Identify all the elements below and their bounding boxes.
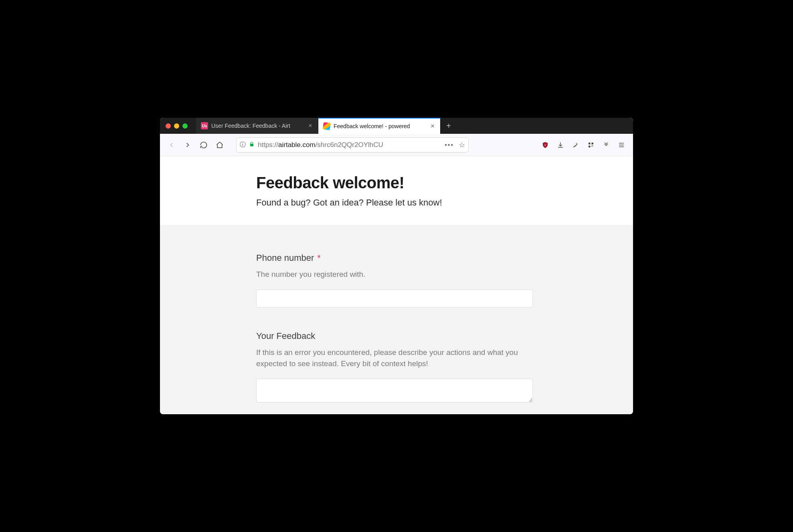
window-minimize-button[interactable]	[174, 123, 179, 129]
svg-text:u: u	[544, 143, 546, 146]
address-bar[interactable]: ⓘ https://airtable.com/shrc6n2QQr2OYlhCU…	[236, 137, 469, 153]
apps-icon[interactable]	[584, 138, 598, 152]
form-header: Feedback welcome! Found a bug? Got an id…	[160, 156, 633, 225]
back-button[interactable]	[165, 138, 178, 152]
svg-rect-1	[589, 143, 591, 145]
svg-rect-5	[593, 145, 594, 146]
url-prefix: https://	[258, 141, 278, 149]
svg-rect-2	[592, 143, 594, 145]
field-your-feedback: Your Feedback If this is an error you en…	[256, 331, 533, 404]
favicon-airtable-icon	[323, 122, 331, 130]
form-subtitle: Found a bug? Got an idea? Please let us …	[256, 197, 533, 208]
svg-rect-4	[592, 145, 593, 146]
field-help-text: If this is an error you encountered, ple…	[256, 347, 529, 370]
tab-title: User Feedback: Feedback - Airt	[211, 123, 303, 129]
pin-icon[interactable]	[569, 138, 583, 152]
forward-button[interactable]	[181, 138, 194, 152]
browser-toolbar: ⓘ https://airtable.com/shrc6n2QQr2OYlhCU…	[160, 134, 633, 156]
field-label: Your Feedback	[256, 331, 315, 341]
tab-close-button[interactable]: ×	[307, 122, 314, 129]
svg-rect-3	[589, 145, 591, 147]
page-content: Feedback welcome! Found a bug? Got an id…	[160, 156, 633, 414]
url-path: /shrc6n2QQr2OYlhCU	[316, 141, 383, 149]
browser-window: Us User Feedback: Feedback - Airt × Feed…	[160, 118, 633, 414]
ublock-icon[interactable]: u	[538, 138, 552, 152]
bookmark-star-icon[interactable]: ☆	[459, 141, 465, 149]
overflow-icon[interactable]	[599, 138, 613, 152]
url-text[interactable]: https://airtable.com/shrc6n2QQr2OYlhCU	[258, 141, 440, 149]
field-phone-number: Phone number * The number you registered…	[256, 253, 533, 308]
tab-feedback-welcome[interactable]: Feedback welcome! - powered ×	[318, 118, 441, 134]
home-button[interactable]	[213, 138, 227, 152]
phone-number-input[interactable]	[256, 289, 533, 308]
site-info-icon[interactable]: ⓘ	[240, 141, 246, 149]
lock-icon	[249, 141, 255, 148]
url-host: airtable.com	[278, 141, 316, 149]
form-title: Feedback welcome!	[256, 174, 533, 192]
tab-user-feedback[interactable]: Us User Feedback: Feedback - Airt ×	[196, 118, 318, 134]
toolbar-right: u	[538, 138, 628, 152]
window-zoom-button[interactable]	[182, 123, 188, 129]
feedback-textarea[interactable]	[256, 379, 533, 403]
favicon-us-icon: Us	[201, 122, 208, 129]
reload-button[interactable]	[197, 138, 210, 152]
menu-icon[interactable]	[615, 138, 628, 152]
form-body: Phone number * The number you registered…	[160, 225, 633, 414]
required-indicator: *	[317, 254, 321, 262]
new-tab-button[interactable]: +	[441, 118, 457, 134]
field-label: Phone number	[256, 253, 314, 263]
tab-strip: Us User Feedback: Feedback - Airt × Feed…	[160, 118, 633, 134]
page-actions-icon[interactable]: •••	[443, 141, 455, 149]
window-controls	[160, 118, 196, 134]
tab-title: Feedback welcome! - powered	[334, 123, 426, 129]
field-help-text: The number you registered with.	[256, 269, 529, 280]
downloads-icon[interactable]	[554, 138, 567, 152]
tab-close-button[interactable]: ×	[429, 123, 436, 130]
window-close-button[interactable]	[166, 123, 171, 129]
